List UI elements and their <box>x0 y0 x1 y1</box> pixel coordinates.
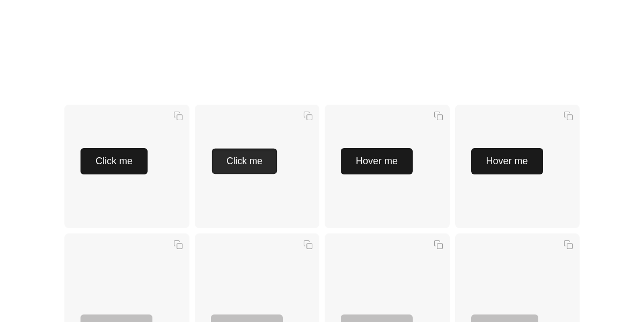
click-me-button-2[interactable]: Click me <box>211 148 276 174</box>
svg-rect-7 <box>567 244 573 249</box>
click-me-button-1[interactable]: Click me <box>80 148 148 174</box>
copy-icon-2[interactable] <box>303 111 313 121</box>
card-2: Click me <box>195 105 320 228</box>
card-1: Click me <box>64 105 189 228</box>
button-grid: Click me Click me Hover me Hover me <box>62 102 582 322</box>
svg-rect-3 <box>567 115 573 120</box>
card-8: Click me <box>455 233 580 322</box>
copy-icon-6[interactable] <box>303 240 313 250</box>
card-6: Hover me <box>195 233 320 322</box>
svg-rect-4 <box>177 244 182 249</box>
copy-icon-1[interactable] <box>173 111 183 121</box>
svg-rect-0 <box>177 115 182 120</box>
svg-rect-5 <box>307 244 312 249</box>
hover-me-button-4[interactable]: Hover me <box>211 314 283 322</box>
hover-me-button-2[interactable]: Hover me <box>471 148 543 174</box>
card-5: Hover me <box>64 233 189 322</box>
copy-icon-7[interactable] <box>434 240 443 250</box>
hover-me-button-1[interactable]: Hover me <box>341 148 413 174</box>
card-4: Hover me <box>455 105 580 228</box>
copy-icon-4[interactable] <box>564 111 573 121</box>
copy-icon-8[interactable] <box>564 240 573 250</box>
svg-rect-2 <box>437 115 442 120</box>
copy-icon-3[interactable] <box>434 111 443 121</box>
copy-icon-5[interactable] <box>173 240 183 250</box>
hover-me-button-3[interactable]: Hover me <box>80 314 152 322</box>
card-7: Hover me <box>325 233 450 322</box>
card-3: Hover me <box>325 105 450 228</box>
hover-me-button-5[interactable]: Hover me <box>341 314 413 322</box>
svg-rect-6 <box>437 244 442 249</box>
click-me-button-3[interactable]: Click me <box>471 314 538 322</box>
svg-rect-1 <box>307 115 312 120</box>
